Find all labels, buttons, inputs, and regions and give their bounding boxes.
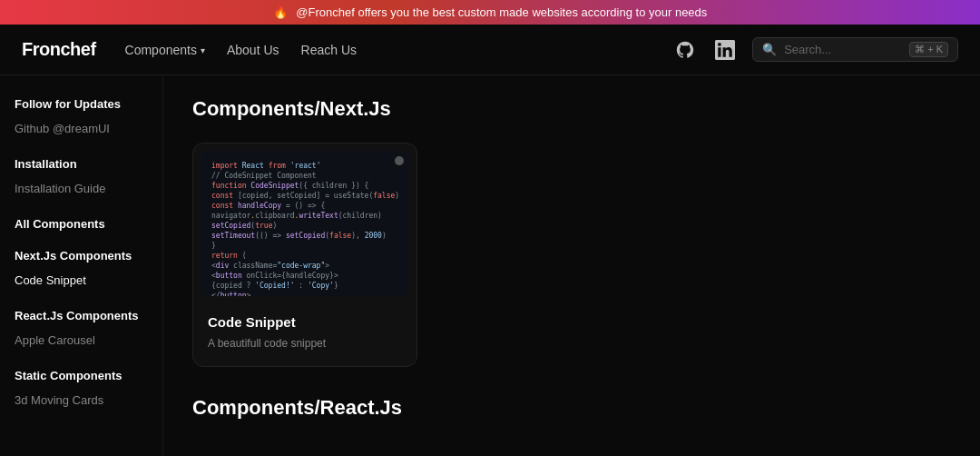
sidebar-item-installation-guide[interactable]: Installation Guide (15, 178, 148, 199)
sidebar-item-code-snippet[interactable]: Code Snippet (15, 270, 148, 291)
banner-emoji: 🔥 (273, 5, 288, 19)
sidebar-section-static: Static Components (15, 369, 148, 382)
code-preview-content: import React from 'react' // CodeSnippet… (201, 151, 409, 296)
card-desc-code-snippet: A beautifull code snippet (208, 335, 402, 352)
reactjs-section-title: Components/React.Js (192, 396, 951, 420)
sidebar-item-github[interactable]: Github @dreamUI (15, 118, 148, 139)
banner-text: @Fronchef offers you the best custom mad… (296, 5, 707, 19)
sidebar-section-reactjs: React.Js Components (15, 309, 148, 322)
top-banner: 🔥 @Fronchef offers you the best custom m… (0, 0, 980, 25)
sidebar-item-apple-carousel[interactable]: Apple Carousel (15, 330, 148, 351)
navbar: Fronchef Components ▾ About Us Reach Us … (0, 25, 980, 75)
github-icon (675, 40, 695, 60)
nextjs-section: Components/Next.Js import React from 're… (192, 97, 951, 367)
main-layout: Follow for Updates Github @dreamUI Insta… (0, 75, 980, 455)
nextjs-section-title: Components/Next.Js (192, 97, 951, 121)
nav-item-components[interactable]: Components ▾ (125, 43, 205, 57)
search-shortcut: ⌘ + K (909, 42, 948, 57)
sidebar-section-nextjs: Next.Js Components (15, 249, 148, 263)
nav-components-label: Components (125, 43, 197, 57)
sidebar-section-installation: Installation (15, 157, 148, 171)
code-close-icon (395, 156, 404, 165)
nav-item-reach[interactable]: Reach Us (301, 43, 357, 57)
cards-grid-nextjs: import React from 'react' // CodeSnippet… (192, 143, 951, 367)
search-bar[interactable]: 🔍 ⌘ + K (752, 37, 958, 62)
linkedin-button[interactable] (712, 37, 738, 63)
sidebar-section-all-components: All Components (15, 217, 148, 231)
sidebar-section-follow: Follow for Updates (15, 97, 148, 111)
search-icon: 🔍 (762, 43, 777, 56)
linkedin-icon (715, 40, 735, 60)
navbar-icons: 🔍 ⌘ + K (672, 37, 958, 63)
card-preview-code-snippet: import React from 'react' // CodeSnippet… (201, 151, 409, 296)
navbar-nav: Components ▾ About Us Reach Us (125, 43, 673, 57)
sidebar-item-3d-cards[interactable]: 3d Moving Cards (15, 390, 148, 411)
chevron-down-icon: ▾ (201, 45, 205, 55)
navbar-logo[interactable]: Fronchef (22, 39, 96, 60)
card-title-code-snippet: Code Snippet (208, 314, 402, 330)
card-code-snippet[interactable]: import React from 'react' // CodeSnippet… (192, 143, 417, 367)
github-button[interactable] (672, 37, 698, 63)
nav-item-about[interactable]: About Us (227, 43, 279, 57)
reactjs-section: Components/React.Js (192, 396, 951, 420)
search-input[interactable] (784, 43, 902, 56)
card-body-code-snippet: Code Snippet A beautifull code snippet (193, 303, 416, 366)
sidebar: Follow for Updates Github @dreamUI Insta… (0, 75, 163, 455)
main-content: Components/Next.Js import React from 're… (163, 75, 980, 455)
